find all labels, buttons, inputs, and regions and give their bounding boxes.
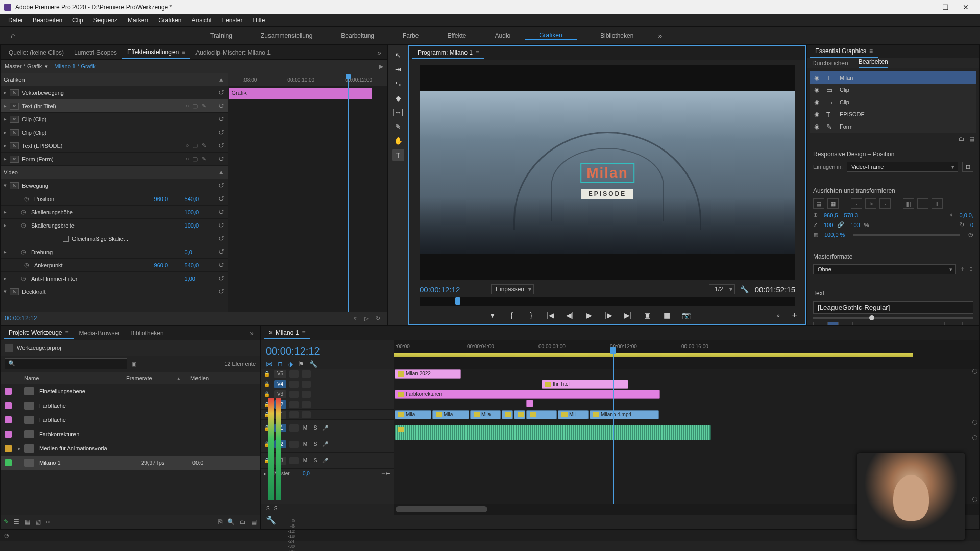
toggle-output-icon[interactable] [289,457,299,464]
tab-menu-icon[interactable]: ≡ [869,47,873,55]
extract-icon[interactable]: ▦ [661,309,673,321]
ec-row-text-episode[interactable]: ▸fxText (EPISODE)○ ▢ ✎↺ [1,139,228,153]
transport-overflow-icon[interactable]: » [776,312,779,318]
collapse-icon[interactable]: ⊣⊢ [381,471,390,477]
track-header-a3[interactable]: 🔒A3MS🎤 [261,453,394,469]
project-item[interactable]: Farbfläche [1,413,260,427]
graphic-title-text[interactable]: Milan [580,163,634,183]
font-size-slider[interactable] [813,317,973,319]
mark-out-right-icon[interactable]: } [525,309,537,321]
solo-button[interactable]: S [312,425,319,431]
distribute-h-icon[interactable]: ||| [903,198,914,209]
ec-group-grafiken[interactable]: Grafiken▴ [1,73,228,86]
ec-timecode[interactable]: 00:00:12:12 [5,315,37,322]
toggle-output-icon[interactable] [289,381,299,388]
track-header-v2[interactable]: 🔒V2 [261,399,394,410]
clip-farbkorrekturen[interactable]: Farbkorrekturen [395,390,660,399]
selection-tool-icon[interactable]: ↖ [392,49,404,61]
tab-menu-icon[interactable]: ≡ [182,48,185,56]
fx-badge-icon[interactable]: fx [10,142,19,149]
scroll-handle-icon[interactable] [972,369,977,374]
scrub-knob[interactable] [455,297,460,305]
reset-icon[interactable]: ↺ [215,274,228,282]
mark-in-icon[interactable]: ▼ [486,309,499,321]
clip-milan-2022[interactable]: Milan 2022 [395,369,461,379]
solo-button[interactable]: S [312,441,319,447]
eg-tab-browse[interactable]: Durchsuchen [812,60,848,67]
pin-to-dropdown[interactable]: Video-Frame [847,162,958,172]
panel-overflow-icon[interactable]: » [377,48,384,57]
new-layer-icon[interactable]: ▤ [969,136,974,142]
stopwatch-icon[interactable]: ◷ [21,209,29,215]
opacity-val[interactable]: 100,0 % [824,232,845,238]
minimize-button[interactable]: — [915,0,935,14]
stopwatch-icon[interactable]: ◷ [21,222,29,229]
toggle-output-icon[interactable] [289,370,299,378]
menu-bearbeiten[interactable]: Bearbeiten [28,17,67,24]
scroll-handle-icon[interactable] [972,420,977,425]
label-chip[interactable] [5,416,12,423]
ec-row-clip-2[interactable]: ▸fxClip (Clip)↺ [1,126,228,139]
chevron-down-icon[interactable]: ▾ [45,63,48,70]
reset-icon[interactable]: ↺ [215,115,228,123]
reset-icon[interactable]: ↺ [215,261,228,269]
project-item[interactable]: ▸Medien für Animationsvorla [1,441,260,456]
masterformat-down-icon[interactable]: ↧ [969,266,973,273]
maximize-button[interactable]: ☐ [935,0,955,14]
new-item-icon[interactable]: ▤ [251,518,257,525]
reset-icon[interactable]: ↺ [215,235,228,242]
mark-out-left-icon[interactable]: { [506,309,518,321]
label-chip[interactable] [5,388,12,395]
anchor-val[interactable]: 0,0 0, [959,212,973,218]
lock-icon[interactable]: 🔒 [264,381,271,387]
wrench-icon[interactable]: 🔧 [309,360,317,368]
label-chip[interactable] [5,445,12,452]
track-header-v5[interactable]: 🔒V5 [261,369,394,379]
project-item[interactable]: Milano 129,97 fps00:0 [1,456,260,470]
hand-tool-icon[interactable]: ✋ [392,135,404,147]
project-columns[interactable]: Name Framerate ▴ Medien [1,372,260,384]
clip-frag-2[interactable] [514,410,525,419]
ec-row-drehung[interactable]: ▸◷Drehung0,0↺ [1,245,228,259]
toggle-output-icon[interactable] [289,391,299,398]
clip-ihr-titel[interactable]: Ihr Titel [542,380,628,389]
settings-wrench-icon[interactable]: 🔧 [740,285,749,293]
layer-row-episode[interactable]: ◉TEPISODE [810,108,976,120]
workspace-bibliotheken[interactable]: Bibliotheken [586,32,648,39]
work-area-bar[interactable] [394,353,913,357]
workspace-effekte[interactable]: Effekte [433,32,480,39]
marker-icon[interactable]: ⬗ [288,360,293,368]
reset-icon[interactable]: ↺ [215,208,228,216]
ec-property-tree[interactable]: Grafiken▴ ▸fxVektorbewegung↺ ▸fxText (Ih… [1,73,228,312]
ec-row-anti-flimmer[interactable]: ▸◷Anti-Flimmer-Filter1,00↺ [1,272,228,285]
tab-essential-graphics[interactable]: Essential Graphics≡ [810,45,878,58]
toggle-output-icon[interactable] [289,424,299,432]
project-search-input[interactable]: 🔍 [5,358,127,369]
sort-icon[interactable]: ▴ [177,375,180,382]
tab-source[interactable]: Quelle: (keine Clips) [4,47,69,58]
mask-icons[interactable]: ○ ▢ ✎ [186,156,207,162]
reset-icon[interactable]: ↺ [215,89,228,96]
ec-loop-icon[interactable]: ↻ [372,315,383,322]
voiceover-icon[interactable]: 🎤 [322,441,328,447]
anchor-icon[interactable]: ⌖ [950,212,953,218]
clip-mila-1[interactable]: Mila [395,410,431,419]
ripple-tool-icon[interactable]: ⇆ [392,78,404,90]
workspace-menu-icon[interactable]: ≡ [577,33,586,39]
voiceover-icon[interactable]: 🎤 [322,425,328,431]
menu-hilfe[interactable]: Hilfe [248,17,271,24]
program-scrub-bar[interactable] [420,297,795,306]
align-center-v-icon[interactable]: ⫡ [865,198,876,209]
track-header-master[interactable]: ▸Master0,0⊣⊢ [261,469,394,479]
stopwatch-icon[interactable]: ◷ [968,231,973,238]
scale-w[interactable]: 100 [824,222,833,228]
fx-badge-icon[interactable]: fx [10,103,19,110]
workspace-grafiken[interactable]: Grafiken [525,32,576,40]
icon-view-icon[interactable]: ▦ [24,518,30,525]
toggle-sync-icon[interactable] [302,391,311,398]
position-icon[interactable]: ⊕ [813,212,818,218]
audio-clip[interactable] [395,425,711,440]
mask-icons[interactable]: ○ ▢ ✎ [186,103,207,109]
lock-icon[interactable]: 🔒 [264,371,271,377]
video-preview[interactable]: Milan EPISODE [420,91,795,254]
